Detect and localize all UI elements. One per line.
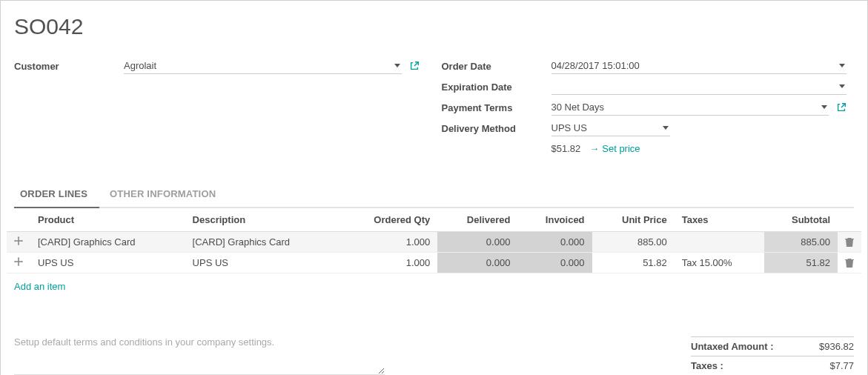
- cell-unit-price[interactable]: 885.00: [592, 232, 675, 253]
- cell-subtotal: 885.00: [764, 232, 838, 253]
- payment-terms-field[interactable]: 30 Net Days: [551, 99, 829, 116]
- trash-icon[interactable]: [838, 232, 861, 253]
- terms-placeholder: Setup default terms and conditions in yo…: [14, 336, 274, 348]
- order-lines-table: Product Description Ordered Qty Delivere…: [7, 208, 861, 273]
- col-product: Product: [30, 208, 185, 232]
- chevron-down-icon: [839, 84, 845, 88]
- trash-icon[interactable]: [838, 253, 861, 273]
- set-price-label: Set price: [602, 143, 640, 154]
- tab-order-lines[interactable]: ORDER LINES: [14, 182, 99, 207]
- expiration-date-field[interactable]: [551, 79, 847, 95]
- delivery-method-field[interactable]: UPS US: [551, 120, 670, 136]
- col-taxes: Taxes: [675, 208, 764, 232]
- cell-invoiced: 0.000: [517, 232, 592, 253]
- terms-conditions-input[interactable]: Setup default terms and conditions in yo…: [14, 336, 385, 375]
- customer-field[interactable]: Agrolait: [124, 58, 402, 74]
- customer-value: Agrolait: [124, 60, 390, 71]
- external-link-icon[interactable]: [836, 102, 847, 113]
- customer-label: Customer: [14, 61, 124, 72]
- external-link-icon[interactable]: [409, 61, 420, 71]
- col-unit-price: Unit Price: [592, 208, 675, 232]
- cell-invoiced: 0.000: [517, 253, 592, 273]
- table-row[interactable]: UPS US UPS US 1.000 0.000 0.000 51.82 Ta…: [7, 253, 861, 273]
- set-price-button[interactable]: → Set price: [589, 143, 640, 154]
- cell-product[interactable]: UPS US: [30, 253, 185, 273]
- col-ordered-qty: Ordered Qty: [339, 208, 437, 232]
- table-row[interactable]: [CARD] Graphics Card [CARD] Graphics Car…: [7, 232, 861, 253]
- payment-terms-value: 30 Net Days: [551, 102, 818, 113]
- expiration-date-label: Expiration Date: [442, 82, 551, 93]
- cell-ordered-qty[interactable]: 1.000: [339, 253, 437, 273]
- cell-description[interactable]: [CARD] Graphics Card: [185, 232, 340, 253]
- cell-delivered: 0.000: [437, 232, 517, 253]
- untaxed-amount-label: Untaxed Amount :: [691, 341, 773, 352]
- cell-subtotal: 51.82: [764, 253, 838, 273]
- payment-terms-label: Payment Terms: [442, 102, 551, 113]
- tab-other-information[interactable]: OTHER INFORMATION: [104, 182, 228, 207]
- order-date-label: Order Date: [442, 61, 551, 72]
- order-date-field[interactable]: 04/28/2017 15:01:00: [551, 58, 847, 74]
- col-delivered: Delivered: [437, 208, 517, 232]
- cell-ordered-qty[interactable]: 1.000: [339, 232, 437, 253]
- cell-unit-price[interactable]: 51.82: [592, 253, 675, 273]
- taxes-value: $7.77: [829, 360, 854, 371]
- cell-product[interactable]: [CARD] Graphics Card: [30, 232, 185, 253]
- totals-block: Untaxed Amount : $936.82 Taxes : $7.77: [691, 336, 854, 375]
- chevron-down-icon: [821, 105, 827, 109]
- chevron-down-icon: [394, 64, 400, 67]
- drag-handle-icon[interactable]: [7, 232, 30, 253]
- cell-taxes[interactable]: Tax 15.00%: [675, 253, 764, 273]
- delivery-price: $51.82: [551, 143, 581, 154]
- cell-description[interactable]: UPS US: [185, 253, 340, 273]
- cell-delivered: 0.000: [437, 253, 517, 273]
- untaxed-amount-value: $936.82: [819, 341, 854, 352]
- arrow-right-icon: →: [589, 143, 599, 154]
- cell-taxes[interactable]: [675, 232, 764, 253]
- order-name: SO042: [14, 14, 854, 39]
- chevron-down-icon: [663, 126, 669, 130]
- delivery-method-value: UPS US: [551, 122, 658, 133]
- chevron-down-icon: [839, 64, 845, 67]
- col-subtotal: Subtotal: [764, 208, 838, 232]
- col-description: Description: [185, 208, 340, 232]
- delivery-method-label: Delivery Method: [442, 123, 551, 134]
- col-invoiced: Invoiced: [517, 208, 592, 232]
- order-date-value: 04/28/2017 15:01:00: [551, 60, 835, 71]
- taxes-label: Taxes :: [691, 360, 723, 371]
- drag-handle-icon[interactable]: [7, 253, 30, 273]
- add-item-link[interactable]: Add an item: [14, 281, 65, 292]
